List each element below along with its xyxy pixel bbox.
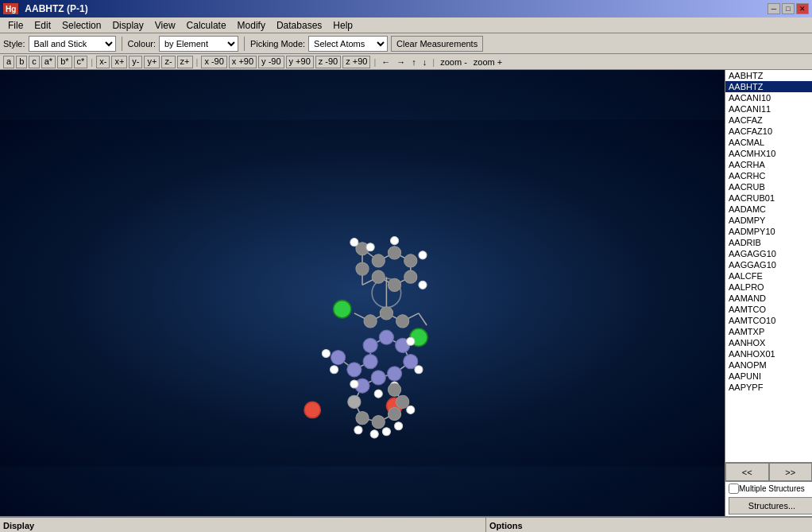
sidebar-item[interactable]: AADMPY: [725, 215, 812, 226]
axis-btn-b[interactable]: b: [16, 56, 27, 68]
sidebar-item[interactable]: AAPUNI: [725, 371, 812, 382]
sidebar-next-button[interactable]: >>: [769, 463, 813, 481]
axis-btn-x+90[interactable]: x +90: [229, 56, 257, 68]
axis-btn-z-[interactable]: z-: [161, 56, 175, 68]
minimize-button[interactable]: ─: [768, 3, 780, 14]
menu-item-help[interactable]: Help: [328, 18, 358, 33]
axis-btn-y-90[interactable]: y -90: [258, 56, 284, 68]
sidebar-item[interactable]: AAGAGG10: [725, 248, 812, 259]
axis-sep-6: |: [91, 57, 93, 67]
bottom-top: Display Packing Short Contact < (sum of …: [0, 518, 812, 532]
axis-arrow-19[interactable]: →: [394, 57, 408, 67]
axis-btn-x-[interactable]: x-: [96, 56, 110, 68]
clear-measurements-button[interactable]: Clear Measurements: [391, 36, 483, 52]
axis-btn-z+[interactable]: z+: [177, 56, 193, 68]
sidebar: AABHTZAABHTZAACANI10AACANI11AACFAZAACFAZ…: [725, 70, 812, 516]
toolbar-sep-1: [122, 37, 122, 51]
style-select[interactable]: Ball and Stick: [29, 36, 116, 52]
display-panel: Display Packing Short Contact < (sum of …: [0, 518, 486, 532]
toolbar-sep-2: [244, 37, 245, 51]
menu-item-display[interactable]: Display: [107, 18, 148, 33]
sidebar-item[interactable]: AANHOX: [725, 337, 812, 348]
axis-btn-c*[interactable]: c*: [74, 56, 88, 68]
menu-item-modify[interactable]: Modify: [233, 18, 270, 33]
sidebar-item[interactable]: AALCFE: [725, 270, 812, 282]
axis-btn-z+90[interactable]: z +90: [342, 56, 370, 68]
sidebar-item[interactable]: AAMTCO: [725, 304, 812, 315]
axis-btn-a*[interactable]: a*: [41, 56, 56, 68]
sidebar-item[interactable]: AADAMC: [725, 204, 812, 215]
window-title: AABHTZ (P-1): [25, 3, 87, 14]
sidebar-item[interactable]: AAMTXP: [725, 326, 812, 337]
axis-arrow-21[interactable]: ↓: [420, 57, 430, 67]
sidebar-item[interactable]: AADMPY10: [725, 226, 812, 237]
axis-sep-12: |: [196, 57, 199, 67]
maximize-button[interactable]: □: [782, 3, 795, 14]
svg-point-33: [372, 254, 385, 267]
sidebar-item[interactable]: AADRIB: [725, 237, 812, 248]
close-button[interactable]: ✕: [796, 3, 809, 14]
axis-arrow-20[interactable]: ↑: [409, 57, 419, 67]
axis-btn-y+90[interactable]: y +90: [286, 56, 314, 68]
menu-item-view[interactable]: View: [150, 18, 180, 33]
svg-point-48: [380, 307, 392, 320]
sidebar-item[interactable]: AANHOX01: [725, 348, 812, 359]
sidebar-item[interactable]: AACANI11: [725, 103, 812, 115]
sidebar-item[interactable]: AACRHA: [725, 159, 812, 170]
sidebar-item[interactable]: AAMTCO10: [725, 315, 812, 326]
svg-point-35: [404, 254, 417, 267]
axis-btn-b*[interactable]: b*: [57, 56, 72, 68]
colour-label: Colour:: [128, 39, 156, 49]
menubar: FileEditSelectionDisplayViewCalculateMod…: [0, 17, 812, 33]
sidebar-item[interactable]: AACRUB01: [725, 192, 812, 204]
sidebar-item[interactable]: AACMHX10: [725, 148, 812, 159]
molecule-display: [0, 70, 725, 516]
svg-point-58: [371, 371, 385, 385]
picking-select[interactable]: Select Atoms: [308, 36, 388, 52]
axis-btn-c[interactable]: c: [29, 56, 40, 68]
colour-select[interactable]: by Element: [159, 36, 238, 52]
sidebar-item[interactable]: AANOPM: [725, 359, 812, 371]
menu-item-selection[interactable]: Selection: [57, 18, 106, 33]
menu-item-edit[interactable]: Edit: [29, 18, 56, 33]
sidebar-item[interactable]: AACRUB: [725, 181, 812, 192]
multiple-structures-checkbox[interactable]: [729, 483, 739, 494]
axis-arrow-22[interactable]: zoom -: [438, 57, 470, 67]
sidebar-item[interactable]: AALPRO: [725, 282, 812, 293]
axis-arrow-18[interactable]: ←: [379, 57, 392, 67]
sidebar-item[interactable]: AACFAZ10: [725, 126, 812, 137]
svg-point-78: [395, 422, 403, 430]
sidebar-item[interactable]: AAMAND: [725, 293, 812, 304]
sidebar-title-item[interactable]: AABHTZ: [725, 70, 812, 81]
axis-arrow-23[interactable]: zoom +: [471, 57, 505, 67]
sidebar-item[interactable]: AACANI10: [725, 92, 812, 103]
svg-point-73: [396, 395, 409, 408]
axis-btn-a[interactable]: a: [3, 56, 14, 68]
sidebar-item[interactable]: AACFAZ: [725, 115, 812, 126]
structures-button[interactable]: Structures...: [729, 497, 812, 515]
axis-btn-x+[interactable]: x+: [111, 56, 127, 68]
sidebar-prev-button[interactable]: <<: [725, 463, 769, 481]
axis-btn-x-90[interactable]: x -90: [201, 56, 226, 68]
menu-item-databases[interactable]: Databases: [272, 18, 327, 33]
sidebar-item[interactable]: AACRHC: [725, 170, 812, 181]
svg-point-74: [388, 383, 400, 396]
axis-btn-y-[interactable]: y-: [129, 56, 142, 68]
svg-point-72: [388, 407, 400, 420]
svg-point-40: [350, 239, 358, 247]
sidebar-item[interactable]: AAPYPF: [725, 382, 812, 393]
svg-point-61: [330, 366, 338, 374]
axis-btn-y+[interactable]: y+: [144, 56, 160, 68]
axis-sep-22: |: [432, 57, 435, 67]
sidebar-item[interactable]: AACMAL: [725, 137, 812, 148]
svg-point-54: [379, 330, 393, 344]
svg-point-45: [334, 301, 351, 318]
svg-point-49: [396, 315, 409, 328]
sidebar-item[interactable]: AABHTZ: [725, 81, 812, 92]
molecule-viewport[interactable]: [0, 70, 725, 516]
menu-item-file[interactable]: File: [3, 18, 28, 33]
sidebar-nav: << >>: [725, 462, 812, 481]
menu-item-calculate[interactable]: Calculate: [182, 18, 231, 33]
sidebar-item[interactable]: AAGGAG10: [725, 259, 812, 270]
axis-btn-z-90[interactable]: z -90: [315, 56, 341, 68]
